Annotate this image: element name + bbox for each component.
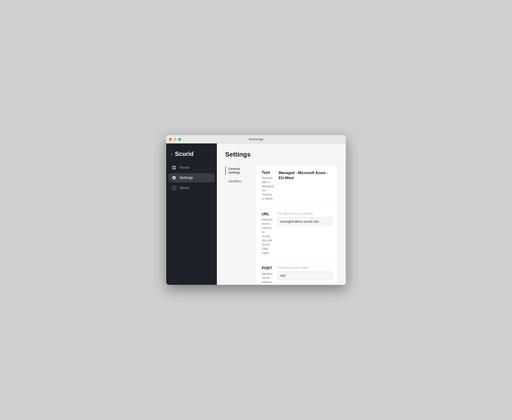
page-title: Settings (225, 151, 337, 158)
settings-layout: General Settings Identities Type Backend… (225, 165, 337, 285)
sidebar-logo: Scurid (175, 150, 194, 158)
grid-icon (172, 165, 176, 170)
tab-identities[interactable]: Identities (225, 177, 255, 185)
settings-row-port: PORT Backend Server address for Scurid A… (255, 261, 337, 285)
sidebar-item-about-label: About (179, 186, 189, 190)
sidebar-item-home-label: Home (179, 165, 189, 170)
close-button[interactable] (169, 138, 172, 141)
svg-rect-3 (174, 168, 176, 169)
main-layout: ‹ Scurid Hom (166, 143, 346, 285)
sidebar-item-settings[interactable]: Settings (169, 173, 215, 182)
port-hint: The default value is 8080 (277, 266, 333, 270)
chevron-down-icon: ⌄ (209, 166, 211, 169)
gear-icon (172, 175, 176, 180)
sidebar-header: ‹ Scurid (166, 148, 217, 163)
url-description: Backend Server address for Scurid App an… (262, 218, 273, 255)
traffic-lights (169, 138, 181, 141)
type-value: Managed - Microsoft Azure - EU-West (279, 170, 334, 181)
svg-rect-2 (172, 168, 174, 169)
port-description: Backend Server address for Scurid App an… (262, 272, 273, 285)
app-window: Scurid App ‹ Scurid (166, 135, 346, 285)
settings-row-url: URL Backend Server address for Scurid Ap… (255, 207, 337, 261)
svg-rect-0 (172, 166, 174, 167)
url-label: URL (262, 212, 273, 216)
svg-point-6 (174, 187, 174, 188)
port-input[interactable] (277, 271, 333, 280)
svg-rect-1 (174, 166, 176, 167)
url-hint: The default value is localhost (277, 212, 333, 215)
info-icon (172, 186, 176, 190)
tab-general-settings[interactable]: General Settings (225, 165, 255, 177)
port-label: PORT (262, 266, 273, 270)
maximize-button[interactable] (178, 138, 181, 141)
back-button[interactable]: ‹ (171, 151, 172, 156)
url-input[interactable] (277, 217, 333, 226)
window-title: Scurid App (249, 137, 263, 141)
titlebar: Scurid App (166, 135, 346, 143)
minimize-button[interactable] (174, 138, 176, 141)
settings-tabs: General Settings Identities (225, 165, 255, 285)
content-area: Settings General Settings Identities (217, 143, 346, 285)
settings-row-type: Type Backend type is Managed, On-Premise… (255, 165, 337, 207)
sidebar-item-settings-label: Settings (179, 176, 193, 180)
sidebar: ‹ Scurid Hom (166, 143, 217, 285)
sidebar-item-home[interactable]: Home ⌄ (169, 163, 215, 172)
sidebar-item-about[interactable]: About (169, 183, 215, 193)
type-description: Backend type is Managed, On-Premise or h… (262, 176, 274, 201)
settings-panel: Type Backend type is Managed, On-Premise… (255, 165, 337, 285)
sidebar-nav: Home ⌄ Settings (166, 163, 217, 193)
type-label: Type (262, 170, 274, 174)
